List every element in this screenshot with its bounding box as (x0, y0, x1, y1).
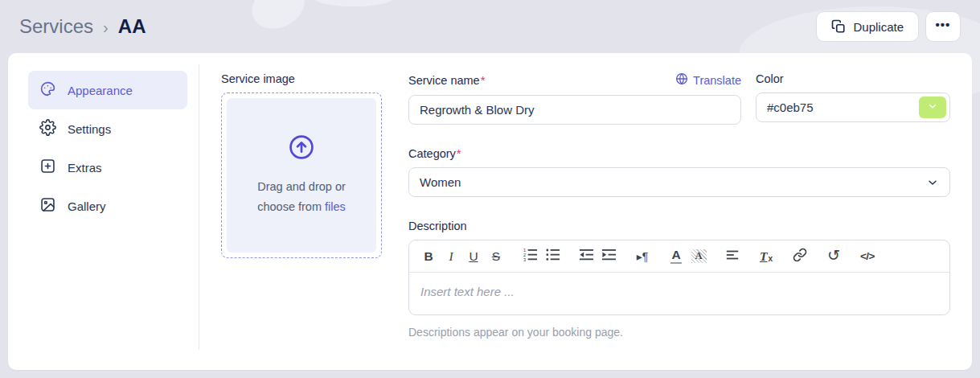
duplicate-button[interactable]: Duplicate (816, 11, 919, 42)
breadcrumb-separator: › (103, 17, 109, 37)
choose-files-link[interactable]: files (325, 200, 346, 213)
color-swatch-button[interactable] (919, 97, 946, 118)
breadcrumb-services-link[interactable]: Services (19, 15, 93, 38)
sidebar-item-settings[interactable]: Settings (28, 109, 187, 148)
sidebar-item-gallery[interactable]: Gallery (28, 187, 187, 225)
outdent-button[interactable] (575, 245, 597, 268)
ordered-list-icon: 1 2 3 (523, 247, 538, 265)
svg-text:3: 3 (523, 257, 525, 262)
clear-formatting-button[interactable]: Tx (755, 245, 777, 268)
upload-arrow-icon (288, 134, 315, 164)
plus-square-icon (39, 158, 56, 177)
service-name-label: Service name* (408, 74, 485, 87)
ordered-list-button[interactable]: 1 2 3 (519, 245, 541, 268)
color-group: Color (756, 72, 950, 125)
settings-sidebar: Appearance Settings Extras (8, 53, 199, 370)
indent-icon (601, 247, 617, 265)
sidebar-item-label: Appearance (68, 84, 133, 97)
category-label: Category* (408, 147, 950, 160)
unordered-list-button[interactable] (541, 245, 564, 268)
description-helper-text: Descriptions appear on your booking page… (408, 326, 950, 339)
breadcrumb: Services › AA (19, 15, 146, 38)
required-asterisk: * (457, 147, 461, 160)
service-image-section: Service image Drag and drop or choose fr… (221, 72, 382, 370)
align-left-icon (725, 248, 740, 265)
highlight-icon: A (691, 249, 707, 263)
image-dropzone-inner: Drag and drop or choose from files (227, 98, 376, 253)
text-color-icon: A (670, 249, 681, 263)
category-selected-value: Women (408, 167, 950, 197)
translate-label: Translate (693, 74, 741, 87)
dropzone-text: Drag and drop or choose from files (257, 177, 346, 216)
underline-button[interactable]: U (462, 245, 485, 268)
sidebar-item-label: Settings (68, 122, 111, 136)
description-editor-area[interactable]: Insert text here ... (409, 273, 949, 314)
page-header: Services › AA Duplicate ••• (0, 0, 980, 53)
service-edit-card: Appearance Settings Extras (8, 53, 972, 370)
gear-icon (39, 119, 56, 138)
outdent-icon (579, 247, 594, 265)
highlight-color-button[interactable]: A (687, 245, 710, 268)
align-button[interactable] (721, 245, 744, 268)
sidebar-item-extras[interactable]: Extras (28, 148, 187, 187)
description-label: Description (408, 220, 950, 232)
chevron-down-icon (927, 101, 938, 114)
insert-link-button[interactable] (789, 245, 811, 268)
header-actions: Duplicate ••• (816, 11, 961, 42)
required-asterisk: * (481, 74, 486, 87)
clear-format-icon: T (760, 249, 767, 264)
chevron-down-icon (926, 176, 939, 192)
strikethrough-button[interactable]: S (485, 245, 507, 268)
link-icon (793, 248, 807, 265)
description-group: Description B I U S (408, 220, 950, 339)
copy-icon (831, 19, 846, 34)
sidebar-item-appearance[interactable]: Appearance (28, 71, 187, 109)
appearance-panel: Service image Drag and drop or choose fr… (199, 53, 972, 370)
category-select[interactable]: Women (408, 167, 950, 197)
rich-text-editor: B I U S 1 2 3 (408, 240, 950, 315)
paragraph-direction-button[interactable]: ▸¶ (631, 245, 654, 268)
service-name-input[interactable] (408, 95, 741, 125)
italic-button[interactable]: I (440, 245, 462, 268)
service-fields: Service name* Translate (408, 72, 950, 370)
indent-button[interactable] (597, 245, 620, 268)
service-name-group: Service name* Translate (408, 72, 741, 125)
palette-icon (39, 80, 56, 100)
bold-button[interactable]: B (417, 245, 440, 268)
undo-button[interactable]: ↺ (822, 245, 845, 268)
code-icon: </> (860, 250, 875, 262)
image-icon (39, 196, 56, 216)
more-options-button[interactable]: ••• (925, 11, 961, 42)
dropzone-line2: choose from (257, 200, 325, 213)
image-dropzone[interactable]: Drag and drop or choose from files (221, 92, 382, 258)
breadcrumb-current-page: AA (118, 15, 146, 38)
text-color-button[interactable]: A (665, 245, 687, 268)
undo-icon: ↺ (827, 246, 840, 264)
code-view-button[interactable]: </> (856, 245, 879, 268)
color-label: Color (756, 72, 950, 85)
sidebar-item-label: Extras (68, 161, 102, 175)
translate-button[interactable]: Translate (675, 72, 741, 88)
category-group: Category* Women (408, 147, 950, 197)
dropzone-line1: Drag and drop or (257, 180, 346, 193)
service-image-label: Service image (221, 72, 382, 85)
sidebar-item-label: Gallery (68, 199, 106, 213)
duplicate-button-label: Duplicate (853, 20, 904, 34)
unordered-list-icon (545, 247, 560, 265)
globe-icon (675, 72, 688, 88)
editor-toolbar: B I U S 1 2 3 (409, 240, 949, 273)
ellipsis-icon: ••• (936, 18, 951, 31)
